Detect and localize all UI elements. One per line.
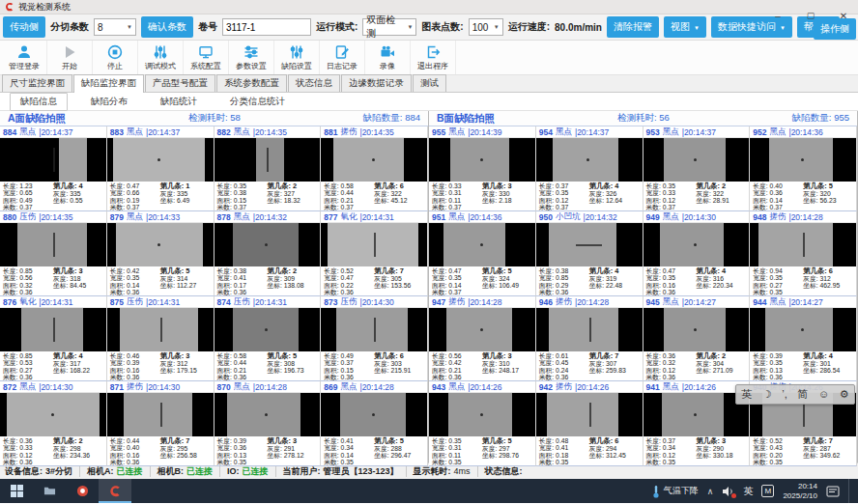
ime-lang-en[interactable]: 英: [741, 389, 752, 400]
taskbar-clock[interactable]: 20:14 2025/2/10: [783, 482, 817, 500]
simplified-chinese-icon[interactable]: 简: [797, 389, 808, 400]
defect-cell-944[interactable]: 944黑点|20:14:27长度: 0.39宽度: 0.35面积: 0.13米数…: [750, 296, 857, 381]
moon-icon[interactable]: ☽: [762, 389, 772, 400]
maximize-icon[interactable]: [804, 9, 817, 22]
volume-icon[interactable]: [722, 486, 734, 497]
ribbon-admin-login-button[interactable]: 管理登录: [2, 41, 47, 74]
ribbon-recording-button[interactable]: 录像: [365, 41, 411, 74]
chart-points-select[interactable]: 100: [469, 18, 503, 36]
defect-time: |20:14:30: [359, 297, 393, 307]
stat-gray: 灰度: 319: [589, 275, 640, 282]
emoji-icon[interactable]: ☺: [818, 389, 829, 400]
confirm-count-button[interactable]: 确认条数: [141, 16, 193, 38]
tab-main-4[interactable]: 状态信息: [288, 74, 340, 92]
defect-cell-876[interactable]: 876氧化|20:14:31长度: 0.85宽度: 0.53面积: 0.27米数…: [0, 296, 107, 381]
stat-length: 长度: 0.47: [432, 267, 482, 274]
view-menu-button[interactable]: 视图: [664, 16, 706, 38]
tab-sub-2[interactable]: 缺陷统计: [151, 94, 207, 110]
drive-side-button[interactable]: 传动侧: [3, 16, 45, 38]
defect-cell-872[interactable]: 872黑点|20:14:30长度: 0.36宽度: 0.33面积: 0.12米数…: [0, 381, 107, 466]
defect-number: 942: [539, 382, 553, 392]
defect-cell-874[interactable]: 874压伤|20:14:31长度: 0.58宽度: 0.44面积: 0.21米数…: [214, 296, 322, 381]
defect-cell-header: 955黑点|20:14:39: [429, 126, 535, 138]
defect-cell-954[interactable]: 954黑点|20:14:37长度: 0.37宽度: 0.35面积: 0.12米数…: [536, 126, 644, 211]
ribbon-system-config-button[interactable]: 系统配置: [184, 41, 229, 74]
defect-cell-header: 948搓伤|20:14:28: [750, 211, 856, 223]
close-icon[interactable]: [837, 9, 850, 22]
tab-main-0[interactable]: 尺寸监控界面: [2, 74, 72, 92]
ribbon-start-button[interactable]: 开始: [47, 41, 93, 74]
taskbar-app-explorer[interactable]: [33, 479, 66, 503]
ribbon-exit-program-button[interactable]: 退出程序: [411, 41, 456, 74]
stat-strip: 第几条: 5: [160, 267, 211, 275]
stat-gray: 灰度: 291: [267, 445, 317, 452]
defect-cell-884[interactable]: 884黑点|20:14:37长度: 1.23宽度: 0.65面积: 0.49米数…: [0, 126, 107, 211]
defect-cell-945[interactable]: 945黑点|20:14:27长度: 0.36宽度: 0.32面积: 0.12米数…: [644, 296, 751, 381]
defect-cell-949[interactable]: 949黑点|20:14:30长度: 0.47宽度: 0.35面积: 0.16米数…: [644, 211, 751, 296]
defect-cell-871[interactable]: 871搓伤|20:14:30长度: 0.44宽度: 0.40面积: 0.16米数…: [107, 381, 214, 466]
defect-cell-870[interactable]: 870黑点|20:14:28长度: 0.39宽度: 0.36面积: 0.13米数…: [214, 381, 322, 466]
ribbon-debug-mode-button[interactable]: 调试模式: [138, 41, 184, 74]
defect-cell-878[interactable]: 878黑点|20:14:32长度: 0.38宽度: 0.41面积: 0.17米数…: [214, 211, 322, 296]
defect-cell-881[interactable]: 881搓伤|20:14:35长度: 0.58宽度: 0.44面积: 0.21米数…: [321, 126, 428, 211]
roll-number-input[interactable]: [222, 18, 311, 36]
tab-main-1[interactable]: 缺陷监控界面: [73, 74, 144, 93]
tab-main-2[interactable]: 产品型号配置: [145, 74, 215, 92]
ribbon-defect-settings-button[interactable]: 缺陷设置: [274, 41, 320, 74]
stat-area: 面积: 0.18: [539, 452, 589, 459]
defect-cell-942[interactable]: 942搓伤|20:14:26长度: 0.48宽度: 0.41面积: 0.18米数…: [536, 381, 644, 466]
punctuation-icon[interactable]: ’,: [782, 389, 787, 400]
stat-length: 长度: 0.39: [217, 437, 268, 444]
defect-cell-873[interactable]: 873压伤|20:14:30长度: 0.49宽度: 0.37面积: 0.15米数…: [321, 296, 428, 381]
ime-language-indicator[interactable]: 英: [743, 485, 753, 498]
defect-cell-955[interactable]: 955黑点|20:14:39长度: 0.33宽度: 0.31面积: 0.11米数…: [429, 126, 536, 211]
tab-main-6[interactable]: 测试: [413, 74, 446, 92]
weather-text: 气温下降: [664, 485, 699, 497]
taskbar-app-inspection-system[interactable]: [99, 479, 131, 503]
defect-cell-953[interactable]: 953黑点|20:14:37长度: 0.35宽度: 0.33面积: 0.12米数…: [644, 126, 751, 211]
tab-sub-1[interactable]: 缺陷分布: [81, 94, 137, 110]
tray-expand-icon[interactable]: ∧: [707, 487, 714, 496]
run-mode-select[interactable]: 双面检测: [362, 18, 416, 36]
slit-count-select[interactable]: 8: [94, 18, 136, 36]
clear-alarm-button[interactable]: 清除报警: [607, 16, 659, 38]
tab-sub-0[interactable]: 缺陷信息: [10, 93, 68, 111]
defect-cell-875[interactable]: 875压伤|20:14:31长度: 0.46宽度: 0.39面积: 0.16米数…: [107, 296, 214, 381]
panel-b-header: B面缺陷拍照检测耗时: 56缺陷数量: 955: [429, 111, 857, 126]
defect-cell-877[interactable]: 877氧化|20:14:31长度: 0.52宽度: 0.47面积: 0.22米数…: [321, 211, 428, 296]
defect-cell-941[interactable]: 941黑点|20:14:26长度: 0.37宽度: 0.34面积: 0.12米数…: [644, 381, 751, 466]
defect-cell-951[interactable]: 951黑点|20:14:36长度: 0.47宽度: 0.35面积: 0.14米数…: [429, 211, 536, 296]
defect-cell-952[interactable]: 952黑点|20:14:36长度: 0.40宽度: 0.36面积: 0.14米数…: [750, 126, 857, 211]
ribbon-param-settings-button[interactable]: 参数设置: [229, 41, 274, 74]
gear-icon[interactable]: ⚙: [840, 389, 849, 400]
tab-sub-3[interactable]: 分类信息统计: [220, 94, 295, 110]
defect-type: 黑点: [663, 126, 679, 138]
ribbon-log-record-button[interactable]: 日志记录: [320, 41, 365, 74]
defect-cell-950[interactable]: 950小凹坑|20:14:32长度: 0.38宽度: 0.85面积: 0.29米…: [536, 211, 644, 296]
defect-type: 搓伤: [340, 126, 357, 138]
tab-main-5[interactable]: 边缘数据记录: [341, 74, 412, 92]
defect-cell-943[interactable]: 943黑点|20:14:26长度: 0.35宽度: 0.31面积: 0.11米数…: [429, 381, 536, 466]
stat-coord: 坐标: 259.83: [589, 367, 640, 374]
weather-widget[interactable]: 气温下降: [652, 485, 699, 498]
minimize-icon[interactable]: [771, 9, 785, 22]
action-center-icon[interactable]: [826, 486, 840, 497]
stat-length: 长度: 0.42: [110, 267, 160, 274]
defect-cell-882[interactable]: 882黑点|20:14:35长度: 0.35宽度: 0.38面积: 0.15米数…: [214, 126, 322, 211]
defect-cell-948[interactable]: 948搓伤|20:14:28长度: 0.94宽度: 0.35面积: 0.27米数…: [750, 211, 857, 296]
start-button[interactable]: [0, 479, 33, 503]
defect-type: 压伤: [19, 211, 36, 223]
ribbon-stop-button[interactable]: 停止: [93, 41, 138, 74]
defect-cell-880[interactable]: 880压伤|20:14:35长度: 0.85宽度: 0.56面积: 0.32米数…: [0, 211, 107, 296]
taskbar-app-browser[interactable]: [66, 479, 99, 503]
defect-cell-869[interactable]: 869黑点|20:14:28长度: 0.41宽度: 0.34面积: 0.14米数…: [321, 381, 428, 466]
stat-coord: 坐标: 45.12: [374, 197, 424, 204]
defect-cell-883[interactable]: 883黑点|20:14:37长度: 0.47宽度: 0.66面积: 0.19米数…: [107, 126, 214, 211]
defect-cell-946[interactable]: 946搓伤|20:14:28长度: 0.61宽度: 0.45面积: 0.24米数…: [536, 296, 644, 381]
ime-keyboard-icon[interactable]: M: [761, 485, 774, 497]
defect-settings-label: 缺陷设置: [281, 61, 312, 71]
show-desktop-button[interactable]: [848, 479, 852, 503]
defect-cell-947[interactable]: 947搓伤|20:14:28长度: 0.56宽度: 0.42面积: 0.21米数…: [429, 296, 536, 381]
tab-main-3[interactable]: 系统参数配置: [216, 74, 287, 92]
defect-cell-879[interactable]: 879黑点|20:14:33长度: 0.42宽度: 0.35面积: 0.14米数…: [107, 211, 214, 296]
